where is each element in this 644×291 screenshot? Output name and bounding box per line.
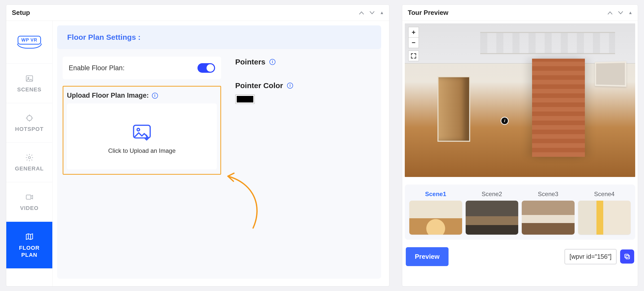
preview-button[interactable]: Preview [406,247,449,266]
nav-label: HOTSPOT [15,126,44,132]
fullscreen-button[interactable] [408,51,419,61]
tour-viewer[interactable]: + − i [405,23,635,177]
wpvr-logo-text: WP VR [18,36,41,45]
nav-label: VIDEO [20,205,38,211]
scene-thumb-1[interactable]: Scene1 [409,191,462,235]
upload-caption: Click to Upload an Image [108,147,176,154]
setup-side-nav: WP VR SCENES HOTSPOT [6,21,53,286]
pointer-color-label: Pointer Color [235,81,283,90]
panel-move-up-icon[interactable] [359,10,364,16]
svg-rect-0 [26,76,33,82]
preview-panel-header: Tour Preview [402,5,638,21]
map-icon [25,232,34,241]
scene-thumb-2[interactable]: Scene2 [466,191,518,235]
scene-label: Scene3 [538,191,558,198]
info-icon[interactable]: i [287,83,293,89]
nav-label: FLOOR PLAN [19,244,40,258]
svg-point-3 [28,157,30,159]
fullscreen-icon [411,53,417,59]
copy-icon [624,253,631,260]
svg-rect-7 [626,256,629,259]
setup-panel-header: Setup [6,5,389,21]
scene-label: Scene1 [425,191,446,198]
section-title-bar: Floor Plan Settings : [57,25,381,49]
zoom-out-button[interactable]: − [408,38,419,48]
nav-scenes[interactable]: SCENES [6,64,52,103]
floor-plan-settings-heading: Floor Plan Settings : [67,33,371,42]
hotspot-info-marker[interactable]: i [501,118,508,124]
scene-thumbnails: Scene1 Scene2 Scene3 Scene4 [405,185,635,240]
upload-floor-plan-label: Upload Floor Plan Image: [67,92,149,99]
nav-general[interactable]: GENERAL [6,143,52,182]
gear-icon [25,153,34,162]
pointer-color-swatch[interactable] [235,94,255,104]
enable-floor-plan-label: Enable Floor Plan: [69,64,125,72]
panel-move-up-icon[interactable] [608,10,613,16]
nav-floor-plan[interactable]: FLOOR PLAN [6,222,52,269]
svg-point-1 [28,77,29,79]
info-icon[interactable]: i [269,59,275,65]
svg-point-6 [137,128,140,131]
scene-label: Scene2 [482,191,502,198]
nav-hotspot[interactable]: HOTSPOT [6,103,52,143]
setup-title: Setup [12,9,30,17]
nav-label: SCENES [17,86,41,93]
upload-floor-plan-card: Upload Floor Plan Image: i [63,86,221,175]
zoom-in-button[interactable]: + [408,27,419,38]
scene-label: Scene4 [594,191,615,198]
nav-label: GENERAL [15,165,44,172]
shortcode-text[interactable]: [wpvr id="156"] [565,249,617,264]
svg-rect-4 [26,195,31,199]
pointer-color-value [237,96,253,102]
panel-collapse-icon[interactable] [380,10,384,16]
svg-point-2 [27,116,32,121]
scene-thumb-image [522,201,575,235]
panel-move-down-icon[interactable] [618,10,623,16]
panel-collapse-icon[interactable] [629,10,632,16]
video-icon [25,193,34,201]
scene-thumb-image [466,201,518,235]
copy-shortcode-button[interactable] [620,249,634,264]
svg-rect-8 [625,254,628,258]
info-icon[interactable]: i [152,93,158,99]
wpvr-logo: WP VR [6,21,52,64]
enable-floor-plan-toggle[interactable] [197,63,215,73]
preview-title: Tour Preview [408,9,448,17]
panel-move-down-icon[interactable] [370,10,375,16]
image-icon [25,74,34,83]
upload-floor-plan-dropzone[interactable]: Click to Upload an Image [67,103,217,169]
scene-thumb-image [578,201,631,235]
nav-video[interactable]: VIDEO [6,182,52,222]
pointers-label: Pointers [235,58,265,66]
enable-floor-plan-row: Enable Floor Plan: [63,57,221,79]
scene-thumb-3[interactable]: Scene3 [522,191,575,235]
upload-image-icon [132,124,151,141]
scene-thumb-image [409,201,462,235]
scene-thumb-4[interactable]: Scene4 [578,191,631,235]
target-icon [25,114,34,122]
